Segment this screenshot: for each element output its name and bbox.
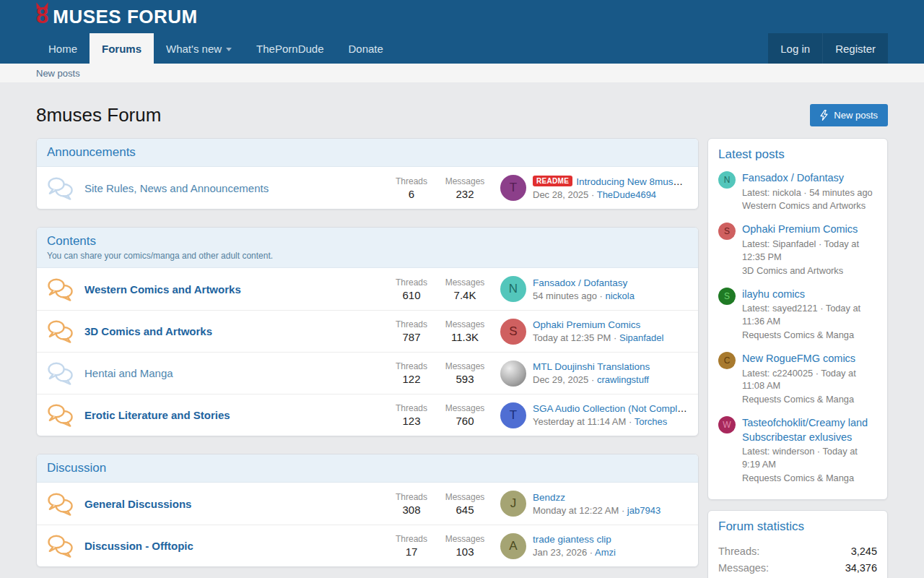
avatar[interactable]: N xyxy=(718,171,736,189)
forum-statistics-widget: Forum statistics Threads: 3,245 Messages… xyxy=(707,510,888,578)
thread-link[interactable]: Fansadox / Dofantasy xyxy=(742,171,873,186)
avatar-photo[interactable] xyxy=(500,361,526,387)
forum-link[interactable]: Discussion - Offtopic xyxy=(84,540,378,552)
nav-home[interactable]: Home xyxy=(36,33,90,64)
thread-forum: Western Comics and Artworks xyxy=(742,199,873,212)
forum-link[interactable]: General Discussions xyxy=(84,498,378,510)
main-nav: Home Forums What's new ThePornDude Donat… xyxy=(0,33,924,64)
messages-stat: Messages 760 xyxy=(438,403,492,427)
thread-meta: Latest: sayed2121 · Today at 11:36 AM xyxy=(742,302,877,328)
subnav-new-posts-link[interactable]: New posts xyxy=(36,68,80,79)
threads-stat: Threads 610 xyxy=(385,277,438,301)
threads-label: Threads xyxy=(385,492,438,502)
thread-link[interactable]: ilayhu comics xyxy=(742,288,877,302)
latest-thread-link[interactable]: MTL Doujinshi Translations xyxy=(533,361,650,372)
avatar[interactable]: S xyxy=(718,223,736,240)
latest-thread-link[interactable]: Bendzz xyxy=(533,492,565,503)
messages-stat: Messages 7.4K xyxy=(438,277,492,301)
latest-thread-link[interactable]: Ophaki Premium Comics xyxy=(533,319,640,330)
latest-post: S Ophaki Premium Comics Today at 12:35 P… xyxy=(500,319,688,345)
category-announcements: Announcements Site Rules, News and Annou… xyxy=(36,138,699,210)
latest-post-item: C New RogueFMG comics Latest: c2240025 ·… xyxy=(718,352,877,406)
threads-label: Threads xyxy=(385,403,438,413)
forum-row-site-rules[interactable]: Site Rules, News and Announcements Threa… xyxy=(37,167,698,209)
forum-row-3d-comics[interactable]: 3D Comics and Artworks Threads 787 Messa… xyxy=(37,310,698,352)
latest-user-link[interactable]: Torches xyxy=(635,416,668,427)
messages-label: Messages xyxy=(438,492,492,502)
nav-whats-new[interactable]: What's new xyxy=(154,33,244,64)
latest-user-link[interactable]: Amzi xyxy=(595,547,616,558)
avatar[interactable]: C xyxy=(718,352,736,369)
forum-link[interactable]: 3D Comics and Artworks xyxy=(84,325,378,337)
threads-value: 308 xyxy=(385,504,438,516)
latest-user-link[interactable]: crawlingstuff xyxy=(597,374,649,385)
latest-user-link[interactable]: TheDude4694 xyxy=(597,189,656,200)
forum-row-western-comics[interactable]: Western Comics and Artworks Threads 610 … xyxy=(37,268,698,310)
dot-separator: · xyxy=(591,374,594,385)
avatar[interactable]: W xyxy=(718,416,736,434)
thread-meta: Latest: winderson · Today at 9:19 AM xyxy=(742,445,877,471)
dot-separator: · xyxy=(591,189,594,200)
avatar[interactable]: T xyxy=(500,175,526,201)
thread-link[interactable]: New RogueFMG comics xyxy=(742,352,877,366)
thread-link[interactable]: Ophaki Premium Comics xyxy=(742,223,877,237)
avatar[interactable]: A xyxy=(500,533,526,559)
forum-link[interactable]: Erotic Literature and Stories xyxy=(84,409,378,421)
latest-posts-title[interactable]: Latest posts xyxy=(718,147,877,162)
category-title[interactable]: Announcements xyxy=(47,145,688,160)
category-header: Announcements xyxy=(37,139,698,167)
forum-link[interactable]: Hentai and Manga xyxy=(84,367,378,379)
latest-date: Today at 12:35 PM xyxy=(533,332,611,343)
latest-user-link[interactable]: Sipanfadel xyxy=(619,332,663,343)
latest-thread-link[interactable]: SGA Audio Collection (Not Complet... xyxy=(533,403,688,414)
messages-stat: Messages 593 xyxy=(438,361,492,385)
messages-label: Messages xyxy=(438,319,492,329)
logo-8-devil-icon: 8 xyxy=(36,5,48,27)
register-button[interactable]: Register xyxy=(822,33,888,64)
nav-forums[interactable]: Forums xyxy=(90,33,154,64)
site-logo[interactable]: 8 MUSES FORUM xyxy=(36,5,198,28)
latest-post: A trade giantess clip Jan 23, 2026 · Amz… xyxy=(500,533,688,559)
thread-meta: Latest: nickola · 54 minutes ago xyxy=(742,186,873,199)
logo-text: MUSES FORUM xyxy=(53,6,198,28)
latest-date: Jan 23, 2026 xyxy=(533,547,587,558)
threads-label: Threads xyxy=(385,361,438,371)
thread-link[interactable]: Tasteofchoklit/Creamy land Subscribestar… xyxy=(742,416,877,444)
threads-value: 610 xyxy=(385,289,438,301)
avatar[interactable]: S xyxy=(718,288,736,305)
threads-value: 122 xyxy=(385,373,438,385)
category-header: Discussion xyxy=(37,454,698,483)
latest-thread-link[interactable]: Fansadox / Dofantasy xyxy=(533,277,627,288)
thread-forum: Requests Comics & Manga xyxy=(742,472,877,485)
forum-row-hentai-manga[interactable]: Hentai and Manga Threads 122 Messages 59… xyxy=(37,352,698,394)
forum-link[interactable]: Western Comics and Artworks xyxy=(84,283,378,296)
threads-stat: Threads 17 xyxy=(385,534,438,558)
avatar[interactable]: J xyxy=(500,491,526,517)
latest-post: J Bendzz Monday at 12:22 AM · jab7943 xyxy=(500,491,688,517)
latest-user-link[interactable]: nickola xyxy=(606,290,635,301)
forum-row-discussion-offtopic[interactable]: Discussion - Offtopic Threads 17 Message… xyxy=(37,525,698,566)
messages-value: 760 xyxy=(438,415,492,427)
latest-thread-link[interactable]: Introducing New 8muses ... xyxy=(576,176,688,187)
avatar[interactable]: S xyxy=(500,319,526,345)
latest-user-link[interactable]: jab7943 xyxy=(627,505,661,516)
avatar[interactable]: N xyxy=(500,276,526,302)
dot-separator: · xyxy=(614,332,616,343)
avatar[interactable]: T xyxy=(500,402,526,428)
forum-link[interactable]: Site Rules, News and Announcements xyxy=(84,182,378,194)
forum-row-erotic-literature[interactable]: Erotic Literature and Stories Threads 12… xyxy=(37,394,698,436)
nav-donate[interactable]: Donate xyxy=(336,33,396,64)
latest-thread-link[interactable]: trade giantess clip xyxy=(533,534,611,545)
stats-row-threads: Threads: 3,245 xyxy=(718,543,877,559)
latest-date: Monday at 12:22 AM xyxy=(533,505,619,516)
sub-nav: New posts xyxy=(0,64,924,82)
login-button[interactable]: Log in xyxy=(768,33,822,64)
nav-theporndude[interactable]: ThePornDude xyxy=(244,33,336,64)
category-header: Contents You can share your comics/manga… xyxy=(37,228,698,268)
latest-post: MTL Doujinshi Translations Dec 29, 2025 … xyxy=(500,361,688,387)
category-title[interactable]: Discussion xyxy=(47,461,688,475)
forum-row-general-discussions[interactable]: General Discussions Threads 308 Messages… xyxy=(37,483,698,525)
category-title[interactable]: Contents xyxy=(47,234,688,249)
chevron-down-icon xyxy=(226,48,232,51)
new-posts-button[interactable]: New posts xyxy=(810,104,888,126)
